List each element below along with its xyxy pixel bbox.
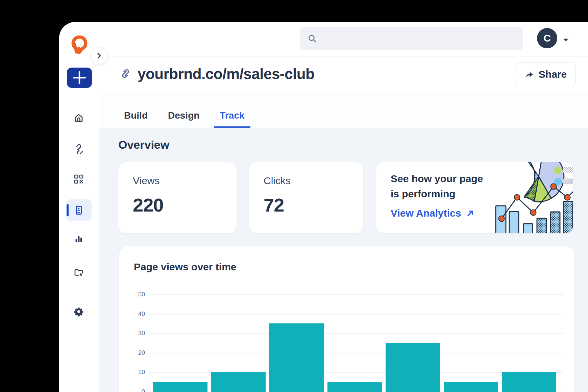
share-button-label: Share xyxy=(539,69,567,80)
page-views-bar xyxy=(444,382,498,392)
plus-icon xyxy=(67,68,92,88)
caret-down-icon[interactable] xyxy=(563,37,568,43)
views-stat-card: Views 220 xyxy=(118,162,237,234)
page-views-bar xyxy=(386,343,440,392)
page-views-bar xyxy=(269,323,324,392)
sidebar xyxy=(59,22,99,392)
bar-chart-icon xyxy=(74,234,84,244)
sidebar-item-settings[interactable] xyxy=(66,301,92,322)
search-input[interactable] xyxy=(322,34,523,43)
tab-build[interactable]: Build xyxy=(124,110,148,121)
chevron-right-icon xyxy=(95,51,103,60)
arrow-up-right-icon xyxy=(466,209,474,217)
main-area: C yourbrnd.co/m/sales-club Share xyxy=(99,22,588,392)
sidebar-item-links[interactable] xyxy=(66,138,92,159)
qr-code-icon xyxy=(74,174,84,184)
y-axis-tick-label: 40 xyxy=(129,309,145,319)
gear-icon xyxy=(74,307,84,317)
tab-bar: Build Design Track xyxy=(99,92,588,128)
tab-track[interactable]: Track xyxy=(220,110,244,121)
track-panel: Overview Views 220 Clicks 72 See how you… xyxy=(99,128,588,392)
sidebar-item-pages[interactable] xyxy=(66,199,92,221)
avatar-initial: C xyxy=(543,32,551,44)
search-icon xyxy=(307,33,317,44)
analytics-charts-illustration xyxy=(494,162,573,234)
app-window: C yourbrnd.co/m/sales-club Share xyxy=(59,22,588,392)
gridline xyxy=(149,353,563,353)
sidebar-divider xyxy=(66,98,93,98)
sidebar-expand-button[interactable] xyxy=(90,47,108,65)
link-icon xyxy=(73,143,84,154)
bitly-logo[interactable] xyxy=(69,35,89,55)
page-views-bar xyxy=(327,382,382,392)
page-views-bar xyxy=(153,382,207,392)
link-icon xyxy=(120,68,132,81)
tab-design[interactable]: Design xyxy=(168,110,199,121)
create-new-button[interactable] xyxy=(67,68,92,88)
stat-value: 220 xyxy=(133,194,163,216)
y-axis-tick-label: 20 xyxy=(129,348,145,358)
stat-label: Views xyxy=(133,175,160,187)
page-views-chart-card: Page views over time 01020304050 xyxy=(119,246,574,392)
share-arrow-icon xyxy=(525,70,534,79)
y-axis-tick-label: 30 xyxy=(129,328,145,338)
sidebar-divider xyxy=(66,291,93,291)
stat-value: 72 xyxy=(264,194,284,216)
avatar[interactable]: C xyxy=(537,28,557,48)
page-header-row: yourbrnd.co/m/sales-club Share xyxy=(99,56,588,92)
promo-title: See how your pageis performing xyxy=(391,171,483,201)
active-indicator-pill xyxy=(67,204,69,216)
gridline xyxy=(149,294,563,295)
sidebar-item-qr-codes[interactable] xyxy=(66,168,92,190)
clicks-stat-card: Clicks 72 xyxy=(249,162,363,234)
sidebar-item-analytics[interactable] xyxy=(66,228,92,250)
page-views-bar xyxy=(502,372,556,392)
y-axis-tick-label: 0 xyxy=(129,387,145,392)
landing-page-icon xyxy=(74,205,84,215)
y-axis-tick-label: 10 xyxy=(129,367,145,377)
chart-plot: 01020304050 xyxy=(119,246,574,392)
sidebar-item-home[interactable] xyxy=(66,107,92,129)
gridline xyxy=(149,333,563,334)
y-axis-tick-label: 50 xyxy=(129,289,145,299)
home-icon xyxy=(74,113,84,123)
analytics-promo-card: See how your pageis performing View Anal… xyxy=(376,162,573,234)
sidebar-item-campaigns[interactable] xyxy=(66,262,92,283)
stat-label: Clicks xyxy=(264,175,291,187)
folder-star-icon xyxy=(74,267,84,277)
view-analytics-link[interactable]: View Analytics xyxy=(391,207,474,219)
page-views-bar xyxy=(211,372,266,392)
page-url-title: yourbrnd.co/m/sales-club xyxy=(138,66,314,82)
top-bar: C xyxy=(99,22,588,56)
section-title: Overview xyxy=(118,138,169,151)
share-button[interactable]: Share xyxy=(516,63,575,86)
search-box[interactable] xyxy=(300,27,523,50)
gridline xyxy=(149,314,563,315)
